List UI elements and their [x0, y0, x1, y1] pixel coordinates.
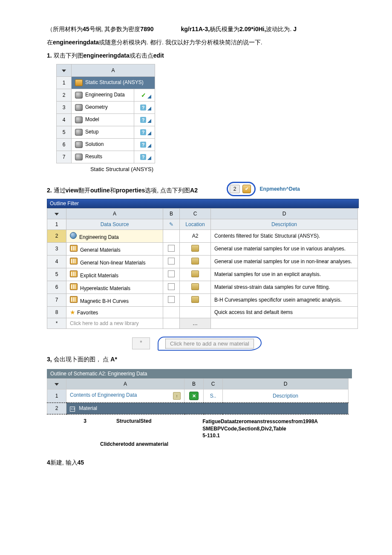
checkbox-cell [163, 318, 180, 328]
cell-geometry[interactable]: Geometry [72, 101, 134, 113]
structural-steel-label: StructuralSted [116, 418, 152, 424]
cell-icon [75, 92, 83, 99]
data-source-cell[interactable]: ★Favorites [66, 306, 163, 318]
corner-icon [147, 119, 151, 123]
checkbox-icon [168, 258, 175, 264]
corner-icon [147, 107, 151, 110]
t: 通过 [52, 187, 66, 194]
data-source-cell[interactable]: Hyperelastic Materials [66, 281, 163, 293]
chevron-down-icon [55, 383, 59, 386]
system-title-cell[interactable]: Static Structural (ANSYS) [72, 76, 155, 89]
row1-idx: 1 [47, 389, 66, 403]
bubble-label: Enpmeehn^Deta [260, 186, 300, 192]
t: 和 [110, 187, 116, 194]
t: 点 [103, 356, 110, 363]
sort-icon[interactable]: ↕ [173, 392, 181, 400]
col-b: B [184, 378, 204, 389]
data-source-cell[interactable]: General Materials [66, 242, 163, 255]
row1-idx: 1 [47, 219, 66, 230]
add-material-callout[interactable]: Click here to add a new material [158, 337, 262, 351]
status-cell: ? [134, 101, 155, 113]
b: engineeringdata [53, 39, 99, 46]
data-source-cell[interactable]: Engineering Data [66, 230, 163, 242]
row-idx: 4 [47, 255, 66, 268]
cell-engineering-data[interactable]: Engineering Data [72, 89, 134, 101]
step-num: 1. [47, 52, 52, 59]
folder-icon [191, 270, 199, 277]
wb-system-table: A 1Static Structural (ANSYS)2Engineering… [56, 64, 155, 163]
checkbox-icon [168, 245, 175, 252]
data-source-cell[interactable]: Magnetic B-H Curves [66, 293, 163, 306]
b: view [66, 187, 78, 194]
dropdown-cell[interactable] [57, 64, 72, 76]
chevron-down-icon [55, 213, 59, 215]
checkbox-cell[interactable] [163, 281, 180, 293]
cell-icon [75, 154, 83, 160]
description-cell [211, 318, 358, 328]
status-cell: ✓ [134, 89, 155, 101]
b: A* [110, 356, 117, 363]
t: 或右击点 [130, 52, 153, 59]
engdata-bubble[interactable]: 2 ✔ [227, 182, 256, 196]
question-icon: ? [140, 105, 146, 110]
dropdown-cell[interactable] [47, 208, 66, 219]
data-source-cell[interactable]: Click here to add a new library [66, 318, 163, 328]
corner-icon [147, 144, 151, 148]
sub-c: Location [180, 219, 211, 230]
checkbox-icon [168, 270, 175, 277]
t: 选项, 点击下列图 [145, 187, 190, 194]
question-icon: ? [140, 129, 146, 135]
fatigue-desc: FatigueDataatzeromeanstresscomesfrom1998… [202, 418, 345, 439]
checkbox-cell[interactable] [163, 268, 180, 281]
dropdown-cell[interactable] [47, 378, 66, 389]
data-source-cell[interactable]: Explicit Materials [66, 268, 163, 281]
row-idx: 6 [57, 138, 72, 151]
cell-setup[interactable]: Setup [72, 126, 134, 138]
folder-icon [191, 283, 199, 290]
library-icon [70, 245, 78, 252]
location-cell[interactable] [180, 281, 211, 293]
col-d: D [211, 208, 358, 219]
col-b: B [163, 208, 180, 219]
row-idx: 5 [57, 126, 72, 138]
checkbox-cell[interactable] [163, 242, 180, 255]
folder-icon [191, 245, 199, 252]
row-idx: 5 [47, 268, 66, 281]
material-group-row[interactable]: ▭ Material [66, 403, 349, 414]
location-cell[interactable] [180, 242, 211, 255]
cell-solution[interactable]: Solution [72, 138, 134, 151]
description-cell: Quick access list and default items [211, 306, 358, 318]
checkbox-icon [168, 296, 175, 303]
description-cell: General use material samples for use in … [211, 242, 358, 255]
row-idx: 3 [47, 242, 66, 255]
location-cell[interactable] [180, 293, 211, 306]
cell-results[interactable]: Results [72, 151, 134, 163]
new-row-button[interactable]: * [132, 337, 150, 349]
corner-icon [147, 131, 151, 135]
t: 翻开 [78, 187, 90, 194]
checkbox-cell[interactable] [163, 255, 180, 268]
location-cell[interactable] [180, 268, 211, 281]
col-c-label: S.. [204, 389, 223, 403]
col-c: C [180, 208, 211, 219]
cell-model[interactable]: Model [72, 113, 134, 126]
t: 新建, 输入 [50, 459, 78, 466]
col-b-icon[interactable]: ✕ [184, 389, 204, 403]
sub-b-edit-icon[interactable]: ✎ [163, 219, 180, 230]
checkbox-cell[interactable] [163, 293, 180, 306]
col-d: D [223, 378, 349, 389]
description-cell: General use material samples for use in … [211, 255, 358, 268]
col-d-label: Description [223, 389, 349, 403]
step-num: 3, [47, 356, 52, 363]
row-idx: 4 [57, 113, 72, 126]
b: A2 [190, 187, 198, 194]
schematic-outline-title: Outline of Schematic A2: Engineering Dat… [47, 369, 352, 378]
checkbox-icon [168, 283, 175, 290]
system-icon [75, 79, 83, 86]
question-icon: ? [140, 154, 146, 160]
chevron-down-icon [62, 70, 66, 72]
intro-line1: （所用材料为45号纲, 其参数为密度7890 kg/r11A-3,杨氏模量为2.… [47, 24, 345, 35]
data-source-cell[interactable]: General Non-linear Materials [66, 255, 163, 268]
location-cell[interactable] [180, 255, 211, 268]
location-cell[interactable]: … [180, 318, 211, 328]
